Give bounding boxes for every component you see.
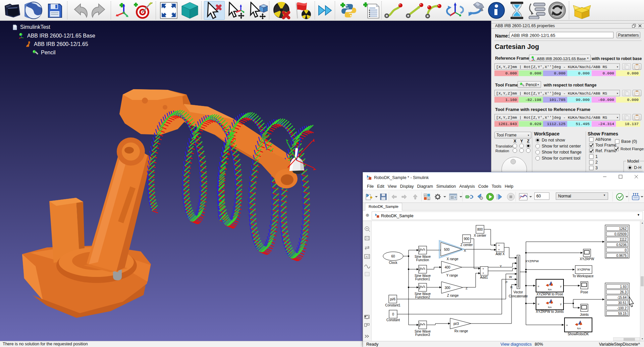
svg-text:Add X: Add X xyxy=(495,252,505,256)
svg-text:0: 0 xyxy=(392,312,394,316)
svg-text:ShowRoboDK: ShowRoboDK xyxy=(568,332,589,336)
svg-text:W: W xyxy=(509,275,512,279)
svg-text:0.5236: 0.5236 xyxy=(616,243,627,247)
svg-text:Rx range: Rx range xyxy=(454,329,468,333)
svg-text:1112: 1112 xyxy=(620,238,627,241)
svg-text:u: u xyxy=(538,285,539,288)
svg-text:X: X xyxy=(464,249,466,252)
svg-text:26.3: 26.3 xyxy=(620,290,627,294)
svg-text:Y: Y xyxy=(500,264,502,268)
svg-text:800: 800 xyxy=(477,228,483,231)
svg-text:0: 0 xyxy=(625,248,627,252)
svg-text:X center: X center xyxy=(474,234,486,237)
svg-text:0.9675: 0.9675 xyxy=(616,254,627,257)
svg-text:+: + xyxy=(482,267,484,271)
svg-text:u: u xyxy=(538,302,539,305)
svg-text:-100.2: -100.2 xyxy=(617,306,627,310)
svg-text:+: + xyxy=(498,248,500,251)
svg-text:fcn: fcn xyxy=(548,288,552,291)
svg-text:30.51: 30.51 xyxy=(618,301,627,305)
svg-text:XYZRPW: XYZRPW xyxy=(577,268,590,271)
svg-text:XYZRPW to Joints: XYZRPW to Joints xyxy=(536,310,564,313)
svg-text:0.02939: 0.02939 xyxy=(614,232,627,236)
svg-text:Constant1: Constant1 xyxy=(385,303,400,307)
svg-text:fcn: fcn xyxy=(577,327,581,330)
svg-text:XYZRPW: XYZRPW xyxy=(525,259,539,263)
svg-text:To Workspace: To Workspace xyxy=(572,274,594,278)
svg-text:XYZRPW: XYZRPW xyxy=(580,257,594,261)
svg-text:1262: 1262 xyxy=(619,227,627,231)
svg-text:Y range: Y range xyxy=(446,274,458,277)
svg-text:y: y xyxy=(560,302,561,305)
svg-text:+: + xyxy=(482,272,484,275)
svg-text:Function1: Function1 xyxy=(415,277,430,281)
svg-text:1.93: 1.93 xyxy=(620,285,627,289)
svg-text:Z center: Z center xyxy=(461,243,473,247)
svg-text:900: 900 xyxy=(464,237,470,241)
svg-text:300: 300 xyxy=(445,286,450,290)
svg-text:X range: X range xyxy=(446,257,458,261)
svg-text:Z range: Z range xyxy=(447,294,459,297)
svg-text:pi/3: pi/3 xyxy=(453,322,459,326)
svg-text:Pose: Pose xyxy=(581,290,588,294)
svg-text:Clock: Clock xyxy=(389,261,397,265)
svg-text:-15.64: -15.64 xyxy=(617,296,627,299)
svg-text:u: u xyxy=(566,324,568,327)
svg-text:Constant: Constant xyxy=(386,318,400,322)
svg-text:Function2: Function2 xyxy=(415,295,430,299)
svg-text:P: P xyxy=(505,280,507,284)
svg-text:400: 400 xyxy=(445,266,450,269)
svg-text:Z: Z xyxy=(466,287,468,290)
svg-text:y: y xyxy=(560,285,561,288)
svg-text:Concatenate: Concatenate xyxy=(509,294,528,298)
svg-text:Vector: Vector xyxy=(514,290,523,294)
svg-text:XYZRPW to Pose: XYZRPW to Pose xyxy=(536,292,563,296)
svg-text:+: + xyxy=(498,244,500,247)
svg-text:A: A xyxy=(366,255,368,258)
svg-text:500: 500 xyxy=(444,248,450,251)
svg-text:60: 60 xyxy=(391,254,395,258)
svg-text:fcn: fcn xyxy=(548,306,552,309)
svg-text:Function: Function xyxy=(416,258,429,262)
svg-text:Add1: Add1 xyxy=(480,276,488,279)
svg-text:Function3: Function3 xyxy=(415,333,430,337)
svg-text:Joints: Joints xyxy=(580,313,589,316)
svg-text:pi/6: pi/6 xyxy=(390,297,396,301)
svg-text:R: R xyxy=(511,285,513,289)
svg-text:59.15: 59.15 xyxy=(618,312,627,315)
